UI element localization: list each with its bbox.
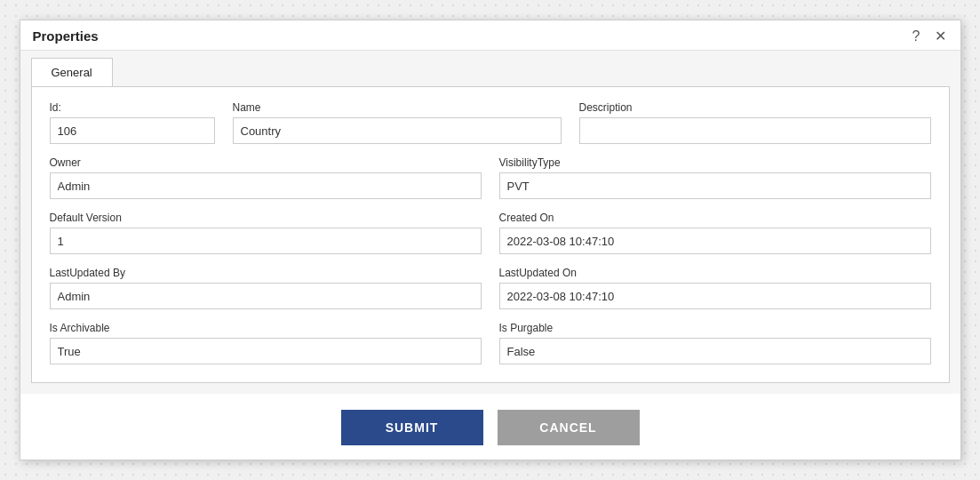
is-purgable-input[interactable] bbox=[499, 338, 931, 364]
field-owner: Owner bbox=[50, 156, 482, 199]
field-is-archivable: Is Archivable bbox=[50, 322, 482, 364]
description-label: Description bbox=[579, 101, 931, 114]
form-panel: Id: Name Description Owner bbox=[31, 86, 950, 383]
dialog-header: Properties ? ✕ bbox=[20, 20, 960, 51]
created-on-input[interactable] bbox=[499, 228, 931, 254]
is-purgable-label: Is Purgable bbox=[499, 322, 931, 334]
field-lastupdated-by: LastUpdated By bbox=[50, 267, 482, 309]
default-version-label: Default Version bbox=[50, 212, 482, 224]
dialog-body: General Id: Name Description bbox=[20, 51, 960, 394]
row-lastupdated: LastUpdated By LastUpdated On bbox=[50, 267, 931, 309]
row-owner-visibility: Owner VisibilityType bbox=[50, 156, 931, 199]
field-lastupdated-on: LastUpdated On bbox=[499, 267, 931, 309]
row-id-name-description: Id: Name Description bbox=[50, 101, 931, 144]
help-button[interactable]: ? bbox=[911, 28, 922, 44]
close-button[interactable]: ✕ bbox=[933, 28, 948, 44]
id-label: Id: bbox=[50, 101, 215, 114]
field-description: Description bbox=[579, 101, 931, 144]
field-is-purgable: Is Purgable bbox=[499, 322, 931, 364]
field-visibility: VisibilityType bbox=[499, 156, 931, 199]
field-id: Id: bbox=[50, 101, 215, 144]
visibility-label: VisibilityType bbox=[499, 156, 931, 169]
default-version-input[interactable] bbox=[50, 228, 482, 254]
lastupdated-on-label: LastUpdated On bbox=[499, 267, 931, 279]
row-archivable-purgable: Is Archivable Is Purgable bbox=[50, 322, 931, 364]
is-archivable-label: Is Archivable bbox=[50, 322, 482, 334]
id-input[interactable] bbox=[50, 117, 215, 144]
lastupdated-by-input[interactable] bbox=[50, 283, 482, 309]
is-archivable-input[interactable] bbox=[50, 338, 482, 364]
submit-button[interactable]: SUBMIT bbox=[341, 410, 483, 445]
field-created-on: Created On bbox=[499, 212, 931, 254]
created-on-label: Created On bbox=[499, 212, 931, 224]
dialog-footer: SUBMIT CANCEL bbox=[20, 394, 960, 460]
owner-input[interactable] bbox=[50, 172, 482, 199]
description-input[interactable] bbox=[579, 117, 931, 144]
field-default-version: Default Version bbox=[50, 212, 482, 254]
name-label: Name bbox=[233, 101, 562, 114]
properties-dialog: Properties ? ✕ General Id: Name bbox=[20, 20, 961, 460]
cancel-button[interactable]: CANCEL bbox=[498, 410, 640, 445]
lastupdated-by-label: LastUpdated By bbox=[50, 267, 482, 279]
header-icons: ? ✕ bbox=[911, 28, 948, 44]
tab-bar: General bbox=[31, 51, 950, 86]
field-name: Name bbox=[233, 101, 562, 144]
name-input[interactable] bbox=[233, 117, 562, 144]
row-version-created: Default Version Created On bbox=[50, 212, 931, 254]
visibility-input[interactable] bbox=[499, 172, 931, 199]
lastupdated-on-input[interactable] bbox=[499, 283, 931, 309]
owner-label: Owner bbox=[50, 156, 482, 169]
dialog-title: Properties bbox=[33, 28, 99, 44]
tab-general[interactable]: General bbox=[31, 58, 113, 86]
